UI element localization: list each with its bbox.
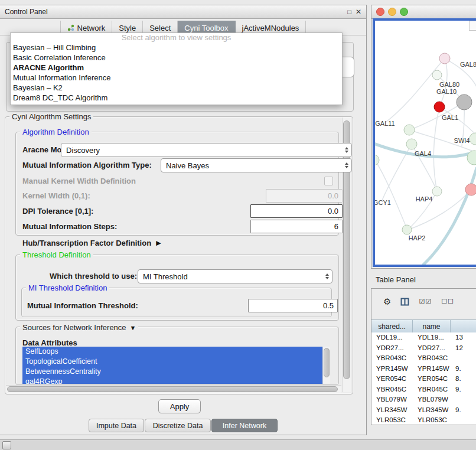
attribute-list-item[interactable]: gal4RGexp bbox=[22, 377, 322, 384]
settings-hscrollbar-thumb[interactable] bbox=[7, 386, 338, 392]
attribute-list-item[interactable]: SelfLoops bbox=[22, 347, 322, 357]
popup-item-aracne[interactable]: ARACNE Algorithm bbox=[11, 63, 342, 73]
popup-item-dream8[interactable]: Dream8 DC_TDC Algorithm bbox=[11, 93, 342, 103]
table-row[interactable]: YDL19...YDL19...13 bbox=[371, 332, 476, 343]
mi-threshold-title: MI Threshold Definition bbox=[26, 283, 109, 292]
table-row[interactable]: YER054CYER054C8. bbox=[371, 374, 476, 384]
popup-item-basic-correlation[interactable]: Basic Correlation Inference bbox=[11, 53, 342, 63]
mi-type-combo[interactable]: Naive Bayes bbox=[161, 158, 352, 172]
mi-threshold-field[interactable] bbox=[248, 299, 338, 312]
network-node[interactable] bbox=[457, 94, 472, 110]
network-node[interactable] bbox=[470, 133, 476, 145]
float-window-icon[interactable]: □ bbox=[347, 9, 351, 15]
traffic-light-close-icon[interactable] bbox=[376, 8, 384, 16]
kernel-width-field[interactable] bbox=[266, 189, 343, 203]
network-view-window: GAL8GAL80GAL10GAL11GAL1SWI4GAL4GCY1HAP4H… bbox=[371, 5, 476, 269]
table-cell: 9. bbox=[451, 364, 476, 374]
mi-type-label: Mutual Information Algorithm Type: bbox=[22, 161, 152, 169]
table-cell bbox=[451, 394, 476, 405]
tab-label: Select bbox=[149, 24, 171, 32]
dpi-tolerance-label: DPI Tolerance [0,1]: bbox=[22, 207, 93, 216]
hub-definition-section[interactable]: Hub/Transcription Factor Definition ▶ bbox=[22, 239, 161, 247]
deselect-all-icon[interactable]: ☐☐ bbox=[441, 298, 454, 305]
aracne-mode-combo[interactable]: Discovery bbox=[61, 143, 352, 157]
network-node[interactable] bbox=[406, 139, 417, 149]
column-header-name[interactable]: name bbox=[413, 320, 451, 332]
network-edge[interactable] bbox=[433, 107, 439, 191]
table-cell: YER054C bbox=[413, 374, 451, 384]
select-all-icon[interactable]: ☑☑ bbox=[419, 298, 432, 305]
algorithm-dropdown-popup: Select algorithm to view settings Bayesi… bbox=[10, 32, 343, 105]
mi-steps-field[interactable] bbox=[250, 220, 343, 233]
cyni-algorithm-settings-title: Cyni Algorithm Settings bbox=[9, 112, 93, 121]
manual-kernel-checkbox[interactable] bbox=[324, 177, 333, 185]
table-cell: YPR145W bbox=[413, 364, 451, 374]
table-cell: YER054C bbox=[371, 374, 413, 384]
table-row[interactable]: YLR053CYLR053C bbox=[371, 415, 476, 425]
table-panel-window: ⚙ ☑☑ ☐☐ shared... name YDL19...YDL19...1… bbox=[371, 288, 476, 425]
column-header-shared[interactable]: shared... bbox=[371, 320, 413, 332]
network-node-label: HAP4 bbox=[416, 195, 433, 203]
attribute-list[interactable]: SelfLoopsTopologicalCoefficientBetweenne… bbox=[22, 347, 322, 384]
popup-item-bayesian-k2[interactable]: Bayesian – K2 bbox=[11, 83, 342, 93]
network-node[interactable] bbox=[465, 184, 476, 195]
network-node-label: GAL10 bbox=[436, 88, 457, 95]
network-node-label: GAL4 bbox=[415, 150, 431, 157]
close-icon[interactable]: ✕ bbox=[356, 8, 361, 15]
network-edge[interactable] bbox=[375, 160, 407, 229]
tab-discretize-data[interactable]: Discretize Data bbox=[145, 419, 211, 432]
network-canvas[interactable]: GAL8GAL80GAL10GAL11GAL1SWI4GAL4GCY1HAP4H… bbox=[375, 21, 476, 266]
settings-hscrollbar[interactable] bbox=[6, 385, 341, 393]
gear-icon[interactable]: ⚙ bbox=[383, 297, 391, 306]
network-node[interactable] bbox=[404, 125, 415, 135]
popup-item-bayesian-hill-climbing[interactable]: Bayesian – Hill Climbing bbox=[11, 43, 342, 53]
attribute-list-item[interactable]: TopologicalCoefficient bbox=[22, 357, 322, 367]
network-node[interactable] bbox=[375, 155, 379, 165]
expand-right-icon[interactable]: ▶ bbox=[156, 239, 161, 247]
table-row[interactable]: YPR145WYPR145W9. bbox=[371, 364, 476, 374]
which-threshold-combo[interactable]: MI Threshold bbox=[138, 269, 332, 283]
tab-label: Network bbox=[77, 24, 106, 32]
network-node[interactable] bbox=[432, 187, 442, 196]
table-cell: YBR043C bbox=[413, 353, 451, 364]
table-cell bbox=[451, 353, 476, 364]
tab-impute-data[interactable]: Impute Data bbox=[89, 419, 144, 432]
network-node-label: GAL80 bbox=[439, 81, 459, 88]
traffic-light-minimize-icon[interactable] bbox=[388, 8, 396, 16]
popup-item-mutual-information[interactable]: Mutual Information Inference bbox=[11, 73, 342, 83]
network-node[interactable] bbox=[402, 225, 412, 234]
popup-placeholder: Select algorithm to view settings bbox=[11, 33, 342, 43]
apply-button[interactable]: Apply bbox=[158, 399, 201, 413]
table-row[interactable]: YBR043CYBR043C bbox=[371, 353, 476, 364]
network-node[interactable] bbox=[432, 70, 442, 80]
attribute-list-item[interactable]: BetweennessCentrality bbox=[22, 367, 322, 377]
network-node[interactable] bbox=[434, 102, 445, 112]
table-row[interactable]: YBR045CYBR045C9. bbox=[371, 384, 476, 395]
table-body: YDL19...YDL19...13YDR27...YDR27...12YBR0… bbox=[371, 332, 476, 425]
control-panel-window: Control Panel □ ✕ Network Style Select C… bbox=[0, 5, 367, 435]
sources-header[interactable]: Sources for Network Inference ▼ bbox=[20, 323, 138, 332]
table-cell: YLR345W bbox=[413, 405, 451, 416]
network-node[interactable] bbox=[439, 53, 450, 64]
network-view-titlebar[interactable] bbox=[371, 5, 476, 19]
network-node-label: GAL11 bbox=[375, 120, 395, 127]
table-row[interactable]: YLR345WYLR345W9. bbox=[371, 405, 476, 416]
network-edge[interactable] bbox=[423, 168, 476, 265]
minimized-panel-icon[interactable] bbox=[2, 441, 11, 449]
columns-icon[interactable] bbox=[400, 298, 409, 306]
collapse-down-icon[interactable]: ▼ bbox=[130, 324, 136, 331]
attribute-list-scrollbar[interactable] bbox=[322, 347, 330, 384]
table-cell: YDL19... bbox=[413, 332, 451, 343]
column-header-extra[interactable] bbox=[451, 320, 476, 332]
attribute-list-scrollbar-thumb[interactable] bbox=[324, 348, 330, 377]
tab-label: jActiveMNodules bbox=[242, 24, 299, 32]
tab-infer-network[interactable]: Infer Network bbox=[211, 419, 278, 432]
table-row[interactable]: YBL079WYBL079W bbox=[371, 394, 476, 405]
control-panel-titlebar[interactable]: Control Panel □ ✕ bbox=[0, 5, 366, 19]
which-threshold-label: Which threshold to use: bbox=[50, 272, 137, 281]
table-row[interactable]: YDR27...YDR27...12 bbox=[371, 343, 476, 354]
traffic-light-zoom-icon[interactable] bbox=[400, 8, 408, 16]
dpi-tolerance-field[interactable] bbox=[250, 204, 343, 218]
aracne-mode-value: Discovery bbox=[66, 146, 100, 155]
table-cell: 12 bbox=[451, 343, 476, 354]
